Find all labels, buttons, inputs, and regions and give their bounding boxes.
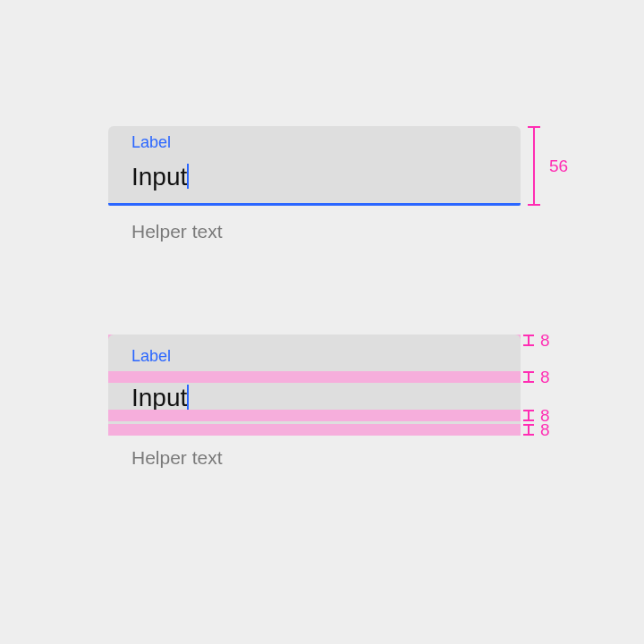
spacing-band-input-underline xyxy=(108,410,521,421)
input-value: Input xyxy=(131,165,187,190)
dimension-value: 56 xyxy=(549,157,568,176)
text-caret xyxy=(187,385,189,410)
field-label: Label xyxy=(108,133,521,151)
text-field-spec-overall: Label Input xyxy=(108,126,521,206)
spacing-band-helper xyxy=(108,424,521,436)
input-value: Input xyxy=(131,386,187,411)
helper-text: Helper text xyxy=(131,221,223,242)
text-caret xyxy=(187,164,189,189)
spacing-band-label-input xyxy=(108,371,521,383)
focus-underline xyxy=(108,203,521,206)
text-input[interactable]: Input xyxy=(108,151,521,199)
field-label: Label xyxy=(108,342,521,365)
helper-text: Helper text xyxy=(131,447,223,469)
